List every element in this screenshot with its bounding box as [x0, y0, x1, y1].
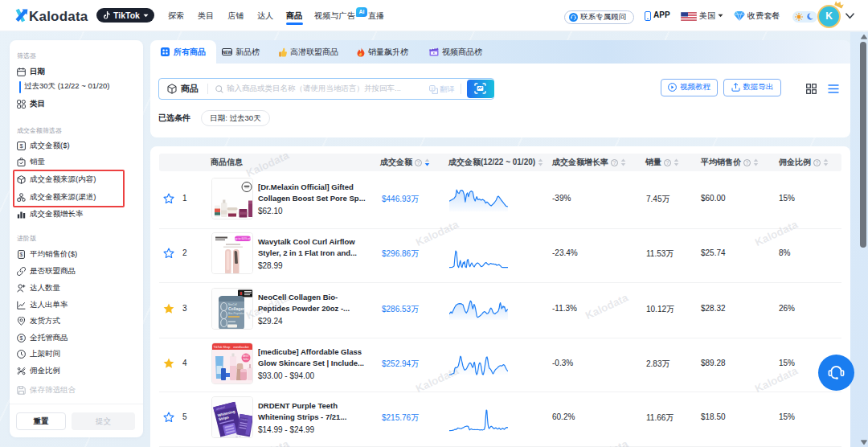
svg-text:Bio-Peptides: Bio-Peptides	[228, 312, 245, 315]
svg-text:NEW: NEW	[223, 50, 232, 55]
svg-text:Seller: Seller	[243, 358, 248, 361]
svg-text:$: $	[19, 142, 23, 150]
svg-text:up to 60% off: up to 60% off	[234, 237, 251, 240]
svg-text:$: $	[20, 335, 23, 341]
svg-text:TikTok Shop: TikTok Shop	[214, 346, 231, 349]
svg-text:medicube: medicube	[233, 345, 249, 349]
svg-text:文: 文	[431, 87, 435, 91]
svg-text:Collagen: Collagen	[228, 306, 245, 311]
svg-text:$: $	[20, 252, 23, 257]
